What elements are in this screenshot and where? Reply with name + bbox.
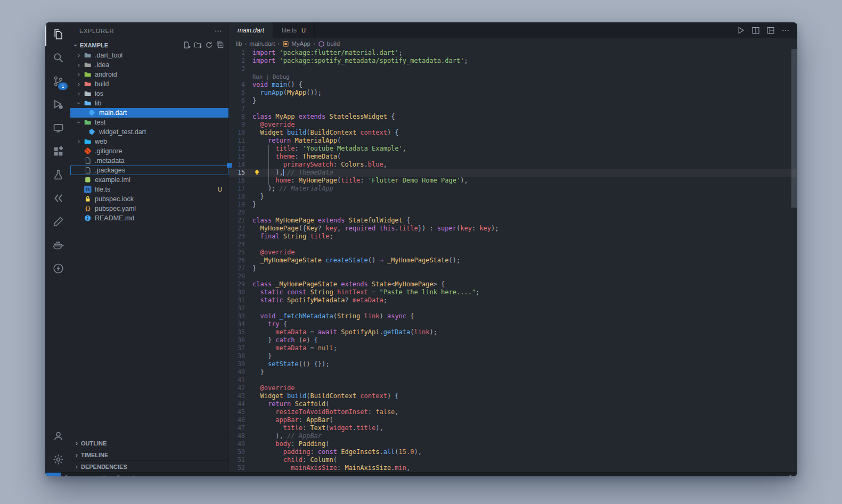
status-cursor-position[interactable]: Ln 15, Col 9	[435, 473, 473, 476]
tree-item-test[interactable]: ›test	[70, 118, 228, 127]
activity-remote-explorer[interactable]	[45, 116, 70, 139]
line-number[interactable]: 3	[229, 65, 245, 73]
activity-accounts[interactable]	[45, 424, 70, 448]
line-number[interactable]: 41	[229, 376, 245, 384]
tree-item-metadata[interactable]: ›.metadata	[70, 156, 228, 166]
new-folder-button[interactable]	[194, 41, 202, 49]
line-number[interactable]: 11	[229, 137, 245, 145]
tree-item-gitignore[interactable]: ›.gitignore	[70, 146, 228, 156]
line-number[interactable]: 7	[229, 105, 245, 113]
tab-main-dart[interactable]: main.dart	[229, 22, 273, 38]
code-line-36[interactable]: 36 } catch (e) {	[229, 336, 797, 344]
section-dependencies[interactable]: ›DEPENDENCIES	[70, 460, 228, 472]
chevron-icon[interactable]: ›	[75, 81, 83, 87]
split-editor-button[interactable]	[751, 26, 760, 35]
line-number[interactable]: 30	[229, 288, 245, 296]
sidebar-resize-handle[interactable]	[227, 163, 232, 168]
status-go-live[interactable]: Go Live	[649, 473, 685, 476]
codelens-run[interactable]: Run	[252, 73, 263, 80]
line-number[interactable]: 32	[229, 304, 245, 312]
chevron-icon[interactable]: ›	[75, 71, 83, 78]
line-number[interactable]: 1	[229, 49, 245, 57]
line-number[interactable]: 25	[229, 249, 245, 257]
code-line-24[interactable]: 24	[229, 241, 797, 249]
code-line-10[interactable]: 10 Widget build(BuildContext context) {	[229, 129, 797, 137]
code-line-50[interactable]: 50 padding: const EdgeInsets.all(15.0),	[229, 448, 797, 456]
tree-item-idea[interactable]: ›.idea	[70, 60, 228, 70]
line-number[interactable]: 33	[229, 312, 245, 320]
line-number[interactable]: 46	[229, 416, 245, 424]
line-number[interactable]: 31	[229, 296, 245, 304]
more-actions-button[interactable]	[781, 26, 790, 35]
code-editor[interactable]: 1import 'package:flutter/material.dart';…	[229, 49, 797, 472]
code-line-9[interactable]: 9 @override	[229, 121, 797, 129]
status-tabnine[interactable]: tabnine	[147, 473, 183, 476]
line-number[interactable]: 51	[229, 456, 245, 464]
line-number[interactable]: 26	[229, 257, 245, 265]
code-line-27[interactable]: 27}	[229, 265, 797, 272]
activity-source-control[interactable]: 1	[45, 69, 70, 93]
line-number[interactable]: 52	[229, 464, 245, 472]
code-line-31[interactable]: 31 static SpotifyMetadata? metaData;	[229, 296, 797, 304]
activity-thunder-client[interactable]	[45, 257, 70, 280]
chevron-icon[interactable]: ›	[75, 138, 83, 145]
code-line-3[interactable]: 3	[229, 65, 797, 73]
code-line-40[interactable]: 40 }	[229, 368, 797, 376]
code-line-46[interactable]: 46 appBar: AppBar(	[229, 416, 797, 424]
tree-item-packages[interactable]: ›.packages	[70, 166, 228, 175]
code-line-20[interactable]: 20	[229, 209, 797, 217]
tree-item-widget-test-dart[interactable]: ›widget_test.dart	[70, 127, 228, 137]
breadcrumb-lib[interactable]: lib	[236, 40, 242, 47]
line-number[interactable]: 34	[229, 320, 245, 328]
status-problems[interactable]: 00	[111, 473, 146, 476]
line-number[interactable]: 16	[229, 177, 245, 185]
status-encoding[interactable]: UTF-8	[507, 473, 531, 476]
line-number[interactable]: 19	[229, 201, 245, 209]
code-line-28[interactable]: 28	[229, 272, 797, 280]
code-line-33[interactable]: 33 void _fetchMetadata(String link) asyn…	[229, 312, 797, 320]
code-line-52[interactable]: 52 mainAxisSize: MainAxisSize.min,	[229, 464, 797, 472]
tree-item-ios[interactable]: ›ios	[70, 89, 228, 98]
activity-explorer[interactable]	[45, 22, 70, 46]
line-number[interactable]: 12	[229, 145, 245, 153]
code-line-44[interactable]: 44 return Scaffold(	[229, 400, 797, 408]
activity-search[interactable]	[45, 46, 70, 69]
activity-docker[interactable]	[45, 233, 70, 257]
code-line-34[interactable]: 34 try {	[229, 320, 797, 328]
tree-item-pubspec-lock[interactable]: ›pubspec.lock	[70, 194, 228, 204]
line-number[interactable]: 48	[229, 432, 245, 440]
code-line-22[interactable]: 22 MyHomePage({Key? key, required this.t…	[229, 225, 797, 233]
code-line-43[interactable]: 43 Widget build(BuildContext context) {	[229, 392, 797, 400]
line-number[interactable]: 42	[229, 384, 245, 392]
code-line-5[interactable]: 5 runApp(MyApp());	[229, 89, 797, 97]
activity-run-and-debug[interactable]	[45, 93, 70, 116]
line-number[interactable]: 47	[229, 424, 245, 432]
code-line-35[interactable]: 35 metaData = await SpotifyApi.getData(l…	[229, 328, 797, 336]
code-line-42[interactable]: 42 @override	[229, 384, 797, 392]
line-number[interactable]: 18	[229, 193, 245, 201]
code-line-6[interactable]: 6}	[229, 97, 797, 105]
line-number[interactable]: 8	[229, 113, 245, 121]
line-number[interactable]: 9	[229, 121, 245, 129]
activity-testing[interactable]	[45, 163, 70, 186]
line-number[interactable]: 15	[229, 169, 245, 177]
chevron-icon[interactable]: ›	[75, 62, 83, 68]
chevron-icon[interactable]: ›	[76, 118, 82, 127]
tree-item-file-ts[interactable]: ›TSfile.tsU	[70, 185, 228, 194]
line-number[interactable]: 23	[229, 233, 245, 241]
activity-tools[interactable]	[45, 210, 70, 233]
code-line-25[interactable]: 25 @override	[229, 249, 797, 257]
editor-scrollbar[interactable]	[791, 49, 797, 208]
status-eol[interactable]: LF	[531, 473, 545, 476]
line-number[interactable]: 20	[229, 209, 245, 217]
section-outline[interactable]: ›OUTLINE	[70, 437, 228, 449]
line-number[interactable]: 44	[229, 400, 245, 408]
new-file-button[interactable]	[183, 41, 191, 49]
code-line-12[interactable]: 12 title: 'Youtube Metadata Example',	[229, 145, 797, 153]
line-number[interactable]: 27	[229, 265, 245, 272]
status-device[interactable]: Redmi Note 8 Pro (android-arm64)	[685, 473, 783, 476]
chevron-icon[interactable]: ›	[75, 90, 83, 97]
code-line-7[interactable]: 7	[229, 105, 797, 113]
chevron-icon[interactable]: ›	[75, 52, 83, 59]
line-number[interactable]: 10	[229, 129, 245, 137]
